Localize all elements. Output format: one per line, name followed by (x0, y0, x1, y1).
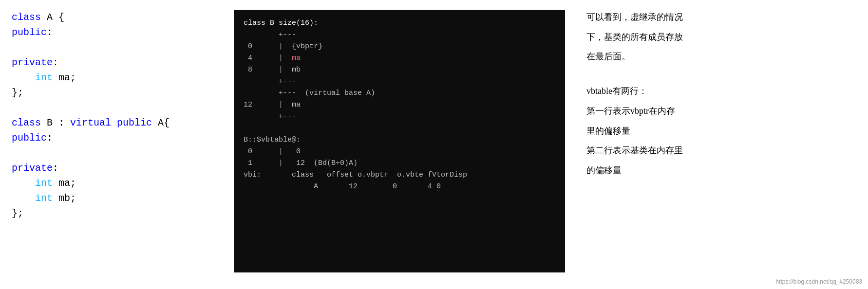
code-block-left: class A { public: private: int ma; }; cl… (12, 10, 212, 221)
right-text-panel: 可以看到，虚继承的情况 下，基类的所有成员存放 在最后面。 vbtable有两行… (575, 0, 868, 289)
right-para-2: 下，基类的所有成员存放 (586, 30, 856, 45)
keyword-public2: public (117, 117, 152, 128)
keyword-private1: private (12, 57, 53, 68)
keyword-int2: int (35, 178, 53, 189)
right-para-3: 在最后面。 (586, 49, 856, 64)
right-para-7: 第二行表示基类在内存里 (586, 143, 856, 158)
keyword-class1: class (12, 12, 41, 23)
footer-url: https://blog.csdn.net/qq_#250083 (776, 278, 862, 285)
keyword-public3: public (12, 132, 47, 144)
keyword-int3: int (35, 193, 53, 204)
keyword-virtual: virtual (70, 117, 111, 128)
center-panel: class B size(16): +--- 0 | {vbptr} 4 | m… (224, 0, 575, 289)
keyword-public1: public (12, 27, 47, 38)
left-code-panel: class A { public: private: int ma; }; cl… (0, 0, 224, 289)
keyword-int1: int (35, 72, 53, 83)
right-para-8: 的偏移量 (586, 163, 856, 178)
terminal-text: class B size(16): +--- 0 | {vbptr} 4 | m… (244, 18, 555, 193)
keyword-class2: class (12, 117, 41, 128)
keyword-private2: private (12, 163, 53, 174)
right-para-4: vbtable有两行： (586, 84, 856, 99)
right-para-6: 里的偏移量 (586, 124, 856, 139)
right-para-5: 第一行表示vbptr在内存 (586, 104, 856, 119)
terminal-output: class B size(16): +--- 0 | {vbptr} 4 | m… (234, 10, 565, 272)
footer-url-text: https://blog.csdn.net/qq_#250083 (776, 278, 862, 285)
right-para-1: 可以看到，虚继承的情况 (586, 10, 856, 25)
